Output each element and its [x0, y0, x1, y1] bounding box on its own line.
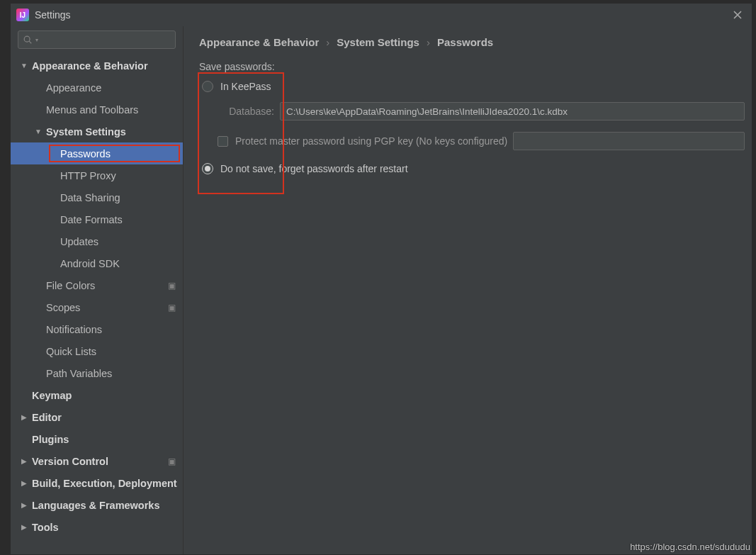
settings-dialog: IJ Settings ▾ ▼Appearance & BehaviorAppe…	[10, 3, 752, 555]
chevron-right-icon: ▶	[19, 457, 29, 465]
breadcrumb-separator-icon: ›	[326, 36, 329, 48]
chevron-down-icon: ▾	[35, 37, 38, 43]
breadcrumb-separator-icon: ›	[427, 36, 430, 48]
tree-item-label: Updates	[60, 236, 98, 247]
shared-icon: ▣	[168, 456, 176, 466]
tree-item-tools[interactable]: ▶Tools	[11, 516, 183, 538]
sidebar: ▾ ▼Appearance & BehaviorAppearanceMenus …	[11, 26, 184, 554]
tree-item-notifications[interactable]: Notifications	[11, 318, 183, 340]
tree-item-label: System Settings	[46, 126, 126, 138]
field-label: Protect master password using PGP key (N…	[235, 135, 507, 147]
tree-item-http-proxy[interactable]: HTTP Proxy	[11, 164, 183, 186]
tree-item-label: Scopes	[46, 302, 80, 313]
shared-icon: ▣	[168, 303, 176, 313]
tree-item-label: Keymap	[32, 390, 72, 401]
tree-item-label: Passwords	[60, 148, 111, 159]
search-input[interactable]: ▾	[18, 30, 176, 49]
radio-in-keepass[interactable]: In KeePass	[202, 81, 745, 92]
watermark: https://blog.csdn.net/sdududu	[630, 542, 750, 552]
tree-item-label: Data Sharing	[60, 192, 120, 203]
tree-item-version-control[interactable]: ▶Version Control▣	[11, 450, 183, 472]
tree-item-android-sdk[interactable]: Android SDK	[11, 252, 183, 274]
tree-item-system-settings[interactable]: ▼System Settings	[11, 120, 183, 142]
chevron-right-icon: ▶	[19, 501, 29, 509]
tree-item-label: Version Control	[32, 456, 108, 467]
tree-item-label: Appearance & Behavior	[32, 60, 148, 72]
chevron-down-icon: ▼	[33, 128, 43, 135]
tree-item-label: Tools	[32, 522, 59, 533]
tree-item-date-formats[interactable]: Date Formats	[11, 208, 183, 230]
tree-item-passwords[interactable]: Passwords	[11, 142, 183, 164]
field-label: Database:	[218, 106, 274, 117]
settings-tree: ▼Appearance & BehaviorAppearanceMenus an…	[11, 55, 183, 554]
ide-icon: IJ	[16, 9, 29, 21]
tree-item-label: Quick Lists	[46, 346, 96, 357]
tree-item-plugins[interactable]: Plugins	[11, 428, 183, 450]
chevron-down-icon: ▼	[19, 62, 29, 69]
radio-icon	[202, 163, 213, 174]
breadcrumb-item[interactable]: Passwords	[437, 36, 493, 48]
tree-item-label: Date Formats	[60, 214, 123, 225]
tree-item-label: Editor	[32, 412, 62, 423]
protect-pgp-checkbox[interactable]	[218, 136, 228, 147]
tree-item-quick-lists[interactable]: Quick Lists	[11, 340, 183, 362]
tree-item-updates[interactable]: Updates	[11, 230, 183, 252]
svg-point-0	[24, 36, 30, 42]
tree-item-label: Appearance	[46, 82, 101, 94]
tree-item-languages-frameworks[interactable]: ▶Languages & Frameworks	[11, 494, 183, 516]
radio-icon	[202, 81, 213, 92]
radio-do-not-save[interactable]: Do not save, forget passwords after rest…	[202, 163, 745, 174]
breadcrumb-item[interactable]: System Settings	[337, 36, 419, 48]
chevron-right-icon: ▶	[19, 413, 29, 421]
section-label: Save passwords:	[199, 61, 745, 72]
tree-item-label: Build, Execution, Deployment	[32, 478, 177, 489]
tree-item-path-variables[interactable]: Path Variables	[11, 362, 183, 384]
tree-item-label: Menus and Toolbars	[46, 104, 138, 116]
breadcrumb: Appearance & Behavior › System Settings …	[199, 36, 745, 48]
chevron-right-icon: ▶	[19, 523, 29, 531]
tree-item-file-colors[interactable]: File Colors▣	[11, 274, 183, 296]
titlebar: IJ Settings	[11, 4, 752, 26]
close-icon	[733, 11, 742, 19]
tree-item-scopes[interactable]: Scopes▣	[11, 296, 183, 318]
window-title: Settings	[35, 9, 71, 21]
tree-item-appearance[interactable]: Appearance	[11, 77, 183, 99]
tree-item-keymap[interactable]: Keymap	[11, 384, 183, 406]
pgp-key-input[interactable]	[513, 132, 745, 150]
tree-item-editor[interactable]: ▶Editor	[11, 406, 183, 428]
svg-line-1	[29, 41, 31, 43]
tree-item-label: Plugins	[32, 434, 69, 445]
content-panel: Appearance & Behavior › System Settings …	[184, 26, 752, 554]
tree-item-label: Android SDK	[60, 258, 120, 269]
shared-icon: ▣	[168, 281, 176, 291]
pgp-row: Protect master password using PGP key (N…	[218, 132, 745, 150]
tree-item-data-sharing[interactable]: Data Sharing	[11, 186, 183, 208]
tree-item-label: File Colors	[46, 280, 95, 291]
tree-item-menus-and-toolbars[interactable]: Menus and Toolbars	[11, 99, 183, 120]
database-row: Database:	[218, 102, 745, 120]
search-icon	[23, 35, 33, 45]
close-button[interactable]	[729, 6, 746, 23]
tree-item-label: Languages & Frameworks	[32, 500, 160, 511]
tree-item-appearance-behavior[interactable]: ▼Appearance & Behavior	[11, 55, 183, 77]
tree-item-label: Path Variables	[46, 368, 112, 379]
tree-item-label: HTTP Proxy	[60, 170, 116, 181]
chevron-right-icon: ▶	[19, 479, 29, 487]
tree-item-build-execution-deployment[interactable]: ▶Build, Execution, Deployment	[11, 472, 183, 494]
breadcrumb-item[interactable]: Appearance & Behavior	[199, 36, 319, 48]
database-path-input[interactable]	[280, 102, 745, 120]
tree-item-label: Notifications	[46, 324, 102, 335]
